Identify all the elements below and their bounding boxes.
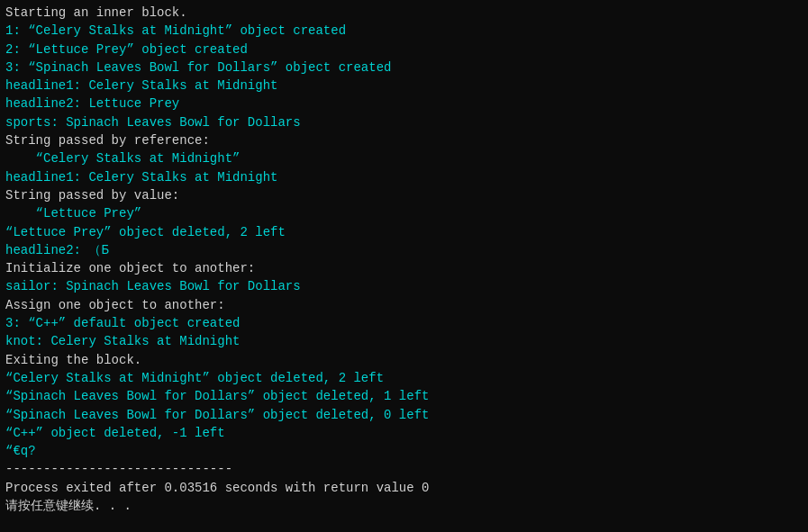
terminal-line: 请按任意键继续. . . — [5, 497, 803, 515]
terminal-line: 1: “Celery Stalks at Midnight” object cr… — [5, 22, 803, 40]
terminal-line: Exiting the block. — [5, 351, 803, 369]
terminal-line: Initialize one object to another: — [5, 259, 803, 277]
terminal-line: String passed by value: — [5, 186, 803, 204]
terminal-line: “Spinach Leaves Bowl for Dollars” object… — [5, 406, 803, 424]
terminal-line: String passed by reference: — [5, 131, 803, 149]
terminal-line: 2: “Lettuce Prey” object created — [5, 41, 803, 59]
terminal-line: headline2: Lettuce Prey — [5, 95, 803, 113]
terminal-line: “Celery Stalks at Midnight” — [5, 149, 803, 167]
terminal-line: sports: Spinach Leaves Bowl for Dollars — [5, 113, 803, 131]
terminal-line: headline1: Celery Stalks at Midnight — [5, 77, 803, 95]
terminal-line: “€q? — [5, 442, 803, 460]
terminal-line: Assign one object to another: — [5, 296, 803, 314]
terminal-line: “C++” object deleted, -1 left — [5, 424, 803, 442]
terminal-line: headline1: Celery Stalks at Midnight — [5, 168, 803, 186]
terminal-line: Starting an inner block. — [5, 4, 803, 22]
terminal-line: “Lettuce Prey” — [5, 204, 803, 222]
terminal-line: “Celery Stalks at Midnight” object delet… — [5, 369, 803, 387]
terminal-line: 3: “C++” default object created — [5, 314, 803, 332]
terminal-window: Starting an inner block.1: “Celery Stalk… — [0, 0, 808, 532]
terminal-line: “Lettuce Prey” object deleted, 2 left — [5, 223, 803, 241]
terminal-line: Process exited after 0.03516 seconds wit… — [5, 479, 803, 497]
terminal-line: knot: Celery Stalks at Midnight — [5, 332, 803, 350]
terminal-line: sailor: Spinach Leaves Bowl for Dollars — [5, 277, 803, 295]
terminal-line: 3: “Spinach Leaves Bowl for Dollars” obj… — [5, 59, 803, 77]
terminal-line: “Spinach Leaves Bowl for Dollars” object… — [5, 387, 803, 405]
terminal-line: ------------------------------ — [5, 460, 803, 478]
terminal-line: headline2: （Б — [5, 241, 803, 259]
